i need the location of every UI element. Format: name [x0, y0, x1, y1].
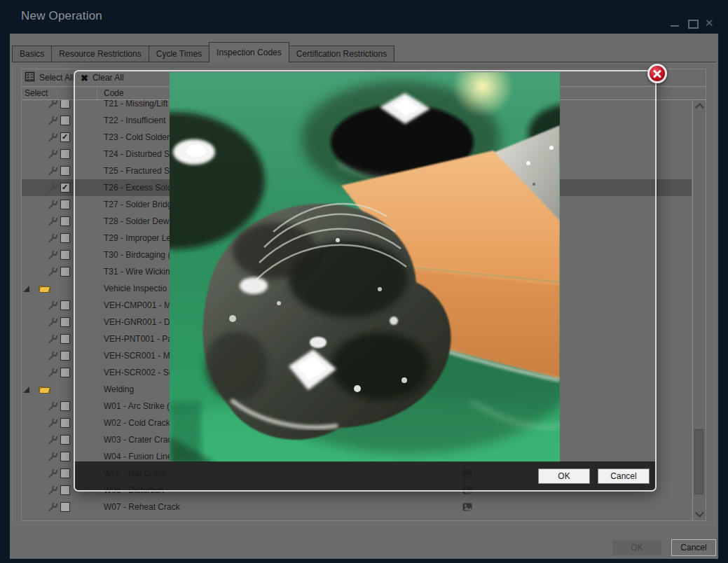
row-checkbox[interactable]: [60, 435, 70, 445]
wrench-icon: [48, 317, 58, 329]
row-label: W07 - Reheat Crack: [104, 499, 180, 515]
row-checkbox[interactable]: [60, 166, 70, 176]
select-all-label: Select All: [39, 73, 74, 83]
wrench-icon: [48, 165, 58, 178]
scrollbar-thumb[interactable]: [694, 429, 703, 494]
maximize-icon[interactable]: [688, 20, 699, 29]
tab-label: Inspection Codes: [217, 48, 282, 57]
tab-bar: BasicsResource RestrictionsCycle TimesIn…: [12, 42, 394, 62]
row-checkbox[interactable]: [60, 468, 70, 478]
wrench-icon: [48, 434, 58, 447]
app-window: New Operation ✕ BasicsResource Restricti…: [0, 0, 728, 563]
tab-label: Cycle Times: [156, 49, 202, 59]
row-checkbox[interactable]: [60, 200, 70, 209]
minimize-icon[interactable]: [671, 25, 679, 27]
image-preview-popup: OK Cancel: [74, 70, 657, 492]
wrench-icon: [48, 199, 58, 211]
folder-icon: [39, 284, 50, 295]
row-checkbox[interactable]: [60, 132, 70, 142]
vertical-scrollbar[interactable]: [692, 100, 706, 520]
titlebar: New Operation ✕: [0, 0, 728, 34]
tab-label: Certification Restrictions: [296, 49, 387, 59]
expander-icon[interactable]: [23, 286, 29, 292]
table-row[interactable]: W07 - Reheat Crack: [22, 499, 692, 515]
row-checkbox[interactable]: [60, 250, 70, 260]
inspection-photo: [170, 72, 560, 462]
wrench-icon: [48, 417, 58, 430]
window-title: New Operation: [21, 9, 102, 23]
wrench-icon: [48, 350, 58, 363]
popup-cancel-button[interactable]: Cancel: [598, 468, 650, 484]
tab-label: Resource Restrictions: [59, 49, 141, 59]
row-checkbox[interactable]: [60, 233, 70, 243]
row-checkbox[interactable]: [60, 267, 70, 277]
row-checkbox[interactable]: [60, 418, 70, 428]
expander-icon[interactable]: [23, 387, 29, 393]
wrench-icon: [48, 232, 58, 245]
wrench-icon: [48, 333, 58, 346]
row-checkbox[interactable]: [60, 116, 70, 125]
popup-footer-bar: OK Cancel: [75, 461, 655, 490]
tab-basics[interactable]: Basics: [12, 46, 51, 62]
row-checkbox[interactable]: [60, 334, 70, 344]
close-icon[interactable]: ✕: [705, 18, 714, 29]
wrench-icon: [48, 367, 58, 380]
row-checkbox[interactable]: [60, 183, 70, 193]
wrench-icon: [48, 468, 58, 480]
row-checkbox[interactable]: [60, 485, 70, 495]
row-checkbox[interactable]: [60, 368, 70, 377]
row-checkbox[interactable]: [60, 216, 70, 226]
row-checkbox[interactable]: [60, 401, 70, 411]
photo-icon[interactable]: [462, 503, 472, 513]
scroll-down-icon[interactable]: [695, 508, 704, 517]
wrench-icon: [48, 148, 58, 161]
wrench-icon: [48, 216, 58, 228]
tab-cycle-times[interactable]: Cycle Times: [149, 46, 209, 62]
wrench-icon: [48, 182, 58, 195]
popup-ok-button[interactable]: OK: [538, 468, 590, 484]
wrench-icon: [48, 115, 58, 127]
wrench-icon: [48, 249, 58, 262]
wrench-icon: [48, 501, 58, 514]
wrench-icon: [48, 300, 58, 312]
row-checkbox[interactable]: [60, 317, 70, 327]
wrench-icon: [48, 132, 58, 144]
select-all-button[interactable]: Select All: [25, 71, 74, 85]
row-checkbox[interactable]: [60, 300, 70, 310]
scroll-up-icon[interactable]: [695, 103, 704, 112]
wrench-icon: [48, 451, 58, 464]
tab-resource-restrictions[interactable]: Resource Restrictions: [51, 46, 148, 62]
wrench-icon: [48, 401, 58, 413]
wrench-icon: [48, 100, 58, 111]
cancel-button[interactable]: Cancel: [671, 539, 716, 556]
row-checkbox[interactable]: [60, 452, 70, 461]
tab-certification-restrictions[interactable]: Certification Restrictions: [289, 46, 394, 62]
tab-inspection-codes[interactable]: Inspection Codes: [209, 42, 289, 62]
ok-button[interactable]: OK: [612, 539, 662, 556]
column-header-select[interactable]: Select: [25, 88, 48, 98]
row-checkbox[interactable]: [60, 100, 70, 109]
tab-label: Basics: [20, 49, 44, 59]
wrench-icon: [48, 485, 58, 497]
row-checkbox[interactable]: [60, 351, 70, 361]
select-all-icon: [25, 71, 35, 84]
folder-icon: [39, 384, 50, 396]
row-checkbox[interactable]: [60, 502, 70, 512]
row-checkbox[interactable]: [60, 149, 70, 159]
popup-close-icon[interactable]: [647, 64, 667, 83]
wrench-icon: [48, 266, 58, 279]
